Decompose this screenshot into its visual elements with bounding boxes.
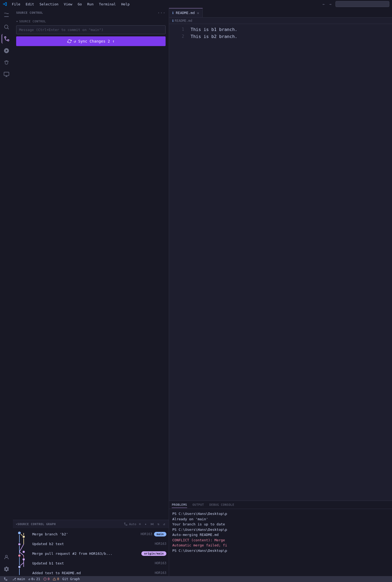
terminal-tab-debug-console[interactable]: DEBUG CONSOLE	[209, 502, 234, 508]
graph-refresh-btn[interactable]: ↺	[162, 522, 166, 526]
terminal-line-6: Automatic merge failed; fi	[172, 543, 389, 548]
sync-changes-button[interactable]: ↺ Sync Changes 2 ↑	[16, 36, 166, 46]
source-control-section: ▾ SOURCE CONTROL ↺ Sync Changes 2 ↑	[13, 18, 169, 48]
activity-accounts[interactable]	[2, 552, 11, 562]
svg-point-7	[126, 525, 127, 526]
sync-button-label: ↺ Sync Changes 2 ↑	[74, 39, 115, 43]
graph-content: Merge branch 'b2' HOR163 main Updated b2…	[13, 528, 169, 576]
commit-hash-3: HOR163	[155, 561, 166, 565]
menu-terminal[interactable]: Terminal	[97, 2, 118, 7]
commit-msg-4: Added text to README.md	[32, 571, 153, 575]
graph-section-header[interactable]: ▾ SOURCE CONTROL GRAPH Auto ⊙ ✦ ⋈ ⇅ ↺	[13, 520, 169, 528]
source-control-panel-header: SOURCE CONTROL ···	[13, 8, 169, 18]
status-branch[interactable]: ⎇ main	[12, 577, 25, 581]
activity-source-control[interactable]	[2, 34, 11, 44]
commit-msg-1: Updated b2 text	[32, 542, 153, 546]
commit-hash-1: HOR163	[155, 542, 166, 546]
nav-forward-button[interactable]: →	[328, 1, 333, 7]
source-control-graph-section: ▾ SOURCE CONTROL GRAPH Auto ⊙ ✦ ⋈ ⇅ ↺	[13, 520, 169, 576]
branch-icon: ⎇	[12, 577, 16, 581]
breadcrumb-info-icon: ℹ	[172, 19, 174, 23]
source-control-section-header[interactable]: ▾ SOURCE CONTROL	[16, 20, 166, 23]
graph-fetch-btn[interactable]: ⇅	[156, 522, 160, 526]
terminal-line-4: Auto-merging README.md	[172, 532, 389, 538]
sync-ahead-count: 21	[36, 577, 40, 581]
graph-merge-btn[interactable]: ⋈	[149, 522, 155, 526]
svg-point-24	[6, 580, 7, 581]
graph-commit-row-2[interactable]: Merge pull request #2 from HOR163/b... o…	[32, 549, 169, 558]
activity-settings[interactable]	[2, 564, 11, 574]
commit-message-input[interactable]	[16, 25, 166, 34]
tab-close-button[interactable]: ✕	[197, 11, 199, 15]
activity-explorer[interactable]	[2, 10, 11, 20]
commit-hash-0: HOR163	[141, 532, 152, 536]
graph-filter-btn[interactable]: ✦	[144, 522, 148, 526]
editor-content[interactable]: 1 This is b1 branch. 2 This is b2 branch…	[169, 24, 392, 501]
terminal-tab-problems[interactable]: PROBLEMS	[172, 502, 187, 508]
activity-search[interactable]	[2, 22, 11, 32]
activity-extensions[interactable]	[2, 58, 11, 67]
branch-name: main	[17, 577, 25, 581]
panel-title: SOURCE CONTROL	[16, 11, 158, 15]
panel-more-button[interactable]: ···	[158, 10, 166, 15]
status-git-graph[interactable]: Git Graph	[62, 577, 80, 581]
commit-msg-2: Merge pull request #2 from HOR163/b...	[32, 552, 140, 556]
menu-view[interactable]: View	[62, 2, 74, 7]
graph-commit-row-3[interactable]: Updated b1 text HOR163	[32, 558, 169, 568]
terminal-panel: PROBLEMS OUTPUT DEBUG CONSOLE PS C:\User…	[169, 501, 392, 576]
graph-visual-container: Merge branch 'b2' HOR163 main Updated b2…	[13, 529, 169, 575]
svg-rect-4	[4, 72, 9, 76]
svg-point-3	[8, 40, 9, 41]
menu-go[interactable]: Go	[75, 2, 84, 7]
breadcrumb-file: README.md	[175, 19, 192, 23]
svg-point-0	[5, 25, 8, 29]
graph-settings-btn[interactable]: ⊙	[138, 522, 142, 526]
section-title-label: SOURCE CONTROL	[19, 20, 46, 23]
terminal-tab-output[interactable]: OUTPUT	[192, 502, 204, 508]
commit-hash-4: HOR163	[155, 571, 166, 575]
graph-commit-row-1[interactable]: Updated b2 text HOR163	[32, 539, 169, 549]
svg-point-5	[5, 555, 7, 557]
nav-back-button[interactable]: ←	[321, 1, 326, 7]
terminal-tabs: PROBLEMS OUTPUT DEBUG CONSOLE	[169, 501, 392, 509]
titlebar-nav: ← →	[321, 1, 333, 7]
menu-selection[interactable]: Selection	[37, 2, 61, 7]
editor-tab-readme[interactable]: ℹ README.md ✕	[169, 8, 203, 17]
editor-breadcrumb: ℹ README.md	[169, 18, 392, 24]
graph-title: SOURCE CONTROL GRAPH	[18, 522, 124, 526]
status-warnings[interactable]: 0	[53, 577, 59, 581]
svg-line-1	[8, 28, 9, 29]
line-number-1: 1	[173, 26, 184, 33]
terminal-line-0: PS C:\Users\Hans\Desktop\p	[172, 511, 389, 517]
status-bar: ⎇ main ↺ 0↓ 21 0 0 Git Graph	[0, 576, 392, 582]
code-line-2: 2 This is b2 branch.	[169, 33, 392, 40]
remote-icon	[4, 577, 8, 581]
menu-run[interactable]: Run	[85, 2, 96, 7]
svg-point-6	[124, 523, 125, 524]
graph-auto-label: Auto	[129, 522, 136, 526]
remote-indicator[interactable]	[2, 576, 9, 582]
sync-behind-count: 0↓	[31, 577, 35, 581]
titlebar-search[interactable]	[335, 1, 389, 7]
activity-bottom	[2, 552, 11, 576]
commit-tag-main: main	[154, 532, 167, 536]
activity-remote-explorer[interactable]	[2, 70, 11, 79]
git-graph-label: Git Graph	[62, 577, 80, 581]
section-collapse-arrow: ▾	[16, 20, 18, 23]
graph-commits-list: Merge branch 'b2' HOR163 main Updated b2…	[13, 529, 169, 576]
tab-info-icon: ℹ	[172, 11, 174, 15]
terminal-line-7: PS C:\Users\Hans\Desktop\p	[172, 548, 389, 553]
terminal-content[interactable]: PS C:\Users\Hans\Desktop\p Already on 'm…	[169, 509, 392, 576]
status-sync[interactable]: ↺ 0↓ 21	[28, 577, 40, 581]
commit-msg-3: Updated b1 text	[32, 561, 153, 565]
editor-tabs: ℹ README.md ✕	[169, 8, 392, 18]
activity-run-debug[interactable]	[2, 46, 11, 56]
graph-commit-row-0[interactable]: Merge branch 'b2' HOR163 main	[32, 529, 169, 539]
status-errors[interactable]: 0	[43, 577, 50, 581]
error-icon	[43, 577, 47, 581]
menu-edit[interactable]: Edit	[23, 2, 36, 7]
graph-commit-row-4[interactable]: Added text to README.md HOR163	[32, 568, 169, 576]
terminal-line-3: PS C:\Users\Hans\Desktop\p	[172, 527, 389, 532]
menu-help[interactable]: Help	[119, 2, 132, 7]
menu-file[interactable]: File	[10, 2, 22, 7]
